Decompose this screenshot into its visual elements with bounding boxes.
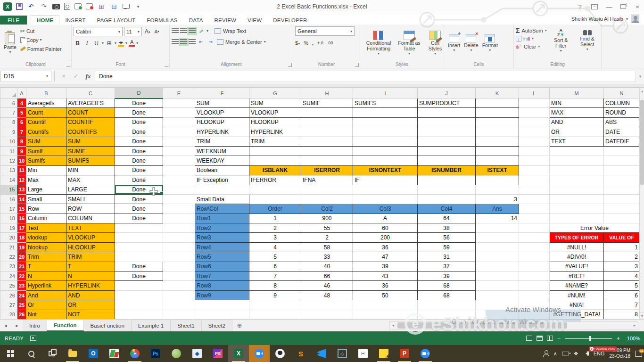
cell-N25[interactable]: 5 bbox=[604, 281, 640, 290]
cell-I20[interactable]: 200 bbox=[353, 233, 418, 242]
cell-K13[interactable]: ISTEXT bbox=[476, 165, 519, 175]
cell-I28[interactable] bbox=[353, 310, 418, 319]
camera-icon[interactable] bbox=[52, 4, 60, 9]
fill-button[interactable]: ↓Fill▾ bbox=[516, 34, 547, 42]
cell-A22[interactable]: 20 bbox=[17, 252, 26, 262]
row-header-12[interactable]: 12 bbox=[0, 156, 17, 165]
page-break-view-button[interactable] bbox=[547, 336, 553, 341]
zoom-level[interactable]: 100% bbox=[624, 336, 640, 341]
copy-button[interactable]: Copy▾ bbox=[20, 35, 62, 44]
cell-K17[interactable]: Ans bbox=[476, 204, 519, 214]
cell-G6[interactable]: SUM bbox=[249, 99, 301, 108]
cell-N16[interactable] bbox=[604, 194, 640, 204]
clipboard-dialog-launcher[interactable] bbox=[66, 63, 70, 67]
cell-J14[interactable] bbox=[418, 175, 476, 185]
sublime-text-icon[interactable]: S bbox=[290, 345, 311, 362]
cell-K23[interactable] bbox=[476, 262, 519, 271]
cell-J8[interactable] bbox=[418, 117, 476, 127]
ribbon-tab-developer[interactable]: DEVELOPER bbox=[267, 16, 313, 25]
cell-N22[interactable]: 2 bbox=[604, 252, 640, 262]
callout-icon[interactable] bbox=[123, 4, 130, 9]
excel-logo-icon[interactable]: X bbox=[3, 2, 12, 11]
cell-D14[interactable]: Done bbox=[115, 175, 163, 185]
column-header-D[interactable]: D bbox=[115, 88, 163, 99]
cell-H12[interactable] bbox=[301, 156, 353, 165]
scroll-left-icon[interactable]: ◄ bbox=[390, 324, 396, 327]
cell-A24[interactable]: 22 bbox=[17, 272, 26, 281]
cell-G23[interactable]: 6 bbox=[249, 262, 301, 271]
cell-H20[interactable]: 2 bbox=[301, 233, 353, 242]
insert-function-button[interactable]: fx bbox=[83, 73, 94, 80]
cell-B23[interactable]: T bbox=[26, 262, 66, 271]
cell-K15[interactable] bbox=[476, 185, 519, 194]
cell-C11[interactable]: SUMIF bbox=[66, 146, 115, 156]
cell-C17[interactable]: ROW bbox=[66, 204, 115, 214]
cell-G9[interactable]: HYPERLINK bbox=[249, 127, 301, 137]
cell-I16[interactable] bbox=[353, 194, 418, 204]
cell-J15[interactable] bbox=[418, 185, 476, 194]
battery-icon[interactable] bbox=[562, 352, 569, 355]
cell-D12[interactable]: Done bbox=[115, 156, 163, 165]
cell-I18[interactable]: A bbox=[353, 214, 418, 223]
cell-M10[interactable]: TEXT bbox=[550, 137, 604, 146]
cell-B10[interactable]: SUM bbox=[26, 137, 66, 146]
orientation-button[interactable]: ⇗ bbox=[197, 27, 205, 35]
cell-M21[interactable]: #NULL! bbox=[550, 242, 604, 252]
cell-B8[interactable]: Countif bbox=[26, 117, 66, 127]
cell-E6[interactable] bbox=[163, 99, 195, 108]
cell-C20[interactable]: VLOOKUP bbox=[66, 233, 115, 242]
row-header-28[interactable]: 28 bbox=[0, 310, 17, 319]
qat-overflow-icon[interactable]: ▾ bbox=[134, 2, 142, 11]
cell-H27[interactable] bbox=[301, 300, 353, 310]
cell-L19[interactable] bbox=[519, 223, 550, 233]
cell-A13[interactable]: 11 bbox=[17, 165, 26, 175]
cell-I24[interactable]: 43 bbox=[353, 272, 418, 281]
cell-N10[interactable]: DATEDIF bbox=[604, 137, 640, 146]
cell-N17[interactable] bbox=[604, 204, 640, 214]
cell-G28[interactable] bbox=[249, 310, 301, 319]
task-view-button[interactable] bbox=[41, 345, 62, 362]
cell-E26[interactable] bbox=[163, 290, 195, 300]
cell-L25[interactable] bbox=[519, 281, 550, 290]
row-header-27[interactable]: 27 bbox=[0, 300, 17, 310]
cell-J6[interactable]: SUMPRODUCT bbox=[418, 99, 476, 108]
cell-J25[interactable]: 68 bbox=[418, 281, 476, 290]
vscode-icon[interactable] bbox=[311, 345, 332, 362]
cell-H17[interactable]: Col2 bbox=[301, 204, 353, 214]
increase-decimal-button[interactable]: +.0 bbox=[317, 41, 323, 45]
cell-J26[interactable]: 68 bbox=[418, 290, 476, 300]
cell-D16[interactable]: Done bbox=[115, 194, 163, 204]
sheet-nav-right-icon[interactable]: ► bbox=[11, 320, 23, 331]
cell-H10[interactable] bbox=[301, 137, 353, 146]
zoom-out-button[interactable]: − bbox=[557, 335, 561, 342]
cell-H16[interactable] bbox=[301, 194, 353, 204]
cell-L18[interactable] bbox=[519, 214, 550, 223]
help-button[interactable]: ? bbox=[576, 3, 584, 10]
ribbon-tab-review[interactable]: REVIEW bbox=[209, 16, 242, 25]
cell-K9[interactable] bbox=[476, 127, 519, 137]
cell-B19[interactable]: Text bbox=[26, 223, 66, 233]
cell-F22[interactable]: Row5 bbox=[195, 252, 249, 262]
number-format-select[interactable]: General▾ bbox=[295, 26, 355, 36]
cell-H13[interactable]: ISERROR bbox=[301, 165, 353, 175]
cell-A8[interactable]: 6 bbox=[17, 117, 26, 127]
cell-J21[interactable]: 59 bbox=[418, 242, 476, 252]
account-area[interactable]: Sheikh Wasiu Al Hasib ▾ bbox=[571, 15, 639, 23]
row-header-11[interactable]: 11 bbox=[0, 146, 17, 156]
cell-M22[interactable]: #DIV/0! bbox=[550, 252, 604, 262]
cell-D6[interactable]: Done bbox=[115, 99, 163, 108]
cell-A28[interactable]: 26 bbox=[17, 310, 26, 319]
column-header-J[interactable]: J bbox=[418, 88, 476, 99]
cell-E20[interactable] bbox=[163, 233, 195, 242]
cell-F20[interactable]: Row3 bbox=[195, 233, 249, 242]
cell-F19[interactable]: Row2 bbox=[195, 223, 249, 233]
cell-N12[interactable] bbox=[604, 156, 640, 165]
cell-I26[interactable]: 50 bbox=[353, 290, 418, 300]
find-select-button[interactable]: Find & Select▾ bbox=[576, 27, 599, 54]
cell-L13[interactable] bbox=[519, 165, 550, 175]
middle-align-button[interactable] bbox=[180, 28, 187, 34]
column-header-M[interactable]: M bbox=[550, 88, 604, 99]
cell-K11[interactable] bbox=[476, 146, 519, 156]
cell-K20[interactable] bbox=[476, 233, 519, 242]
cell-H7[interactable] bbox=[301, 108, 353, 117]
